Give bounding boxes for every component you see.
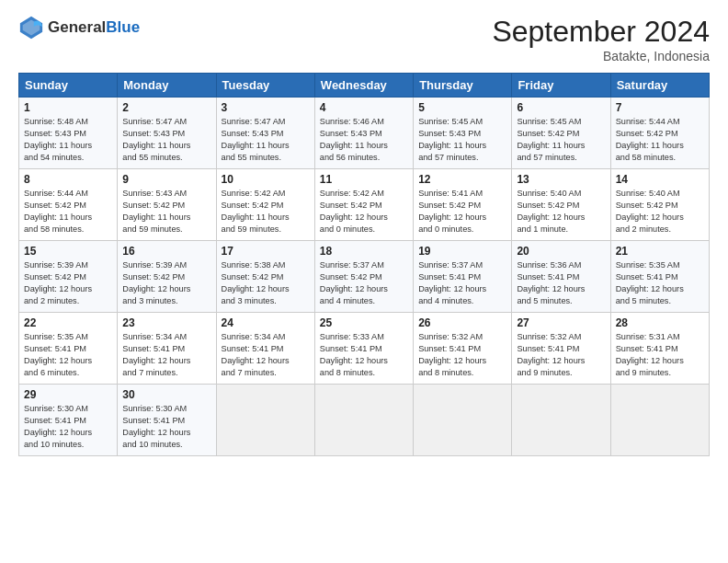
col-tuesday: Tuesday: [216, 74, 314, 98]
day-8: 8Sunrise: 5:44 AMSunset: 5:42 PMDaylight…: [19, 169, 118, 241]
day-12: 12Sunrise: 5:41 AMSunset: 5:42 PMDayligh…: [414, 169, 512, 241]
logo-general: General: [48, 18, 106, 36]
empty-cell-3-2: [216, 385, 314, 456]
calendar-header: Sunday Monday Tuesday Wednesday Thursday…: [19, 74, 710, 98]
day-4: 4Sunrise: 5:46 AMSunset: 5:43 PMDaylight…: [314, 98, 413, 169]
logo-blue: Blue: [106, 18, 140, 36]
col-monday: Monday: [118, 74, 216, 98]
week-row-3: 15Sunrise: 5:39 AMSunset: 5:42 PMDayligh…: [19, 241, 710, 313]
col-thursday: Thursday: [414, 74, 512, 98]
day-22: 22Sunrise: 5:35 AMSunset: 5:41 PMDayligh…: [19, 313, 118, 385]
calendar-body: 1Sunrise: 5:48 AMSunset: 5:43 PMDaylight…: [19, 98, 710, 456]
week-row-2: 8Sunrise: 5:44 AMSunset: 5:42 PMDaylight…: [19, 169, 710, 241]
day-11: 11Sunrise: 5:42 AMSunset: 5:42 PMDayligh…: [314, 169, 413, 241]
day-2: 2Sunrise: 5:47 AMSunset: 5:43 PMDaylight…: [118, 98, 216, 169]
week-row-1: 1Sunrise: 5:48 AMSunset: 5:43 PMDaylight…: [19, 98, 710, 169]
week-row-5: 29Sunrise: 5:30 AMSunset: 5:41 PMDayligh…: [19, 385, 710, 456]
month-title: September 2024: [492, 15, 710, 49]
day-14: 14Sunrise: 5:40 AMSunset: 5:42 PMDayligh…: [610, 169, 709, 241]
day-18: 18Sunrise: 5:37 AMSunset: 5:42 PMDayligh…: [314, 241, 413, 313]
day-25: 25Sunrise: 5:33 AMSunset: 5:41 PMDayligh…: [314, 313, 413, 385]
logo-text: GeneralBlue: [48, 19, 140, 37]
day-5: 5Sunrise: 5:45 AMSunset: 5:43 PMDaylight…: [414, 98, 512, 169]
empty-cell-3-6: [610, 385, 709, 456]
day-29: 29Sunrise: 5:30 AMSunset: 5:41 PMDayligh…: [19, 385, 118, 456]
title-section: September 2024 Batakte, Indonesia: [492, 15, 710, 63]
day-13: 13Sunrise: 5:40 AMSunset: 5:42 PMDayligh…: [512, 169, 610, 241]
day-1: 1Sunrise: 5:48 AMSunset: 5:43 PMDaylight…: [19, 98, 118, 169]
day-6: 6Sunrise: 5:45 AMSunset: 5:42 PMDaylight…: [512, 98, 610, 169]
day-9: 9Sunrise: 5:43 AMSunset: 5:42 PMDaylight…: [118, 169, 216, 241]
day-21: 21Sunrise: 5:35 AMSunset: 5:41 PMDayligh…: [610, 241, 709, 313]
week-row-4: 22Sunrise: 5:35 AMSunset: 5:41 PMDayligh…: [19, 313, 710, 385]
day-24: 24Sunrise: 5:34 AMSunset: 5:41 PMDayligh…: [216, 313, 314, 385]
day-28: 28Sunrise: 5:31 AMSunset: 5:41 PMDayligh…: [610, 313, 709, 385]
location-subtitle: Batakte, Indonesia: [492, 49, 710, 63]
empty-cell-3-3: [314, 385, 413, 456]
day-30: 30Sunrise: 5:30 AMSunset: 5:41 PMDayligh…: [118, 385, 216, 456]
calendar-page: GeneralBlue September 2024 Batakte, Indo…: [0, 0, 728, 563]
empty-cell-3-5: [512, 385, 610, 456]
day-17: 17Sunrise: 5:38 AMSunset: 5:42 PMDayligh…: [216, 241, 314, 313]
header: GeneralBlue September 2024 Batakte, Indo…: [18, 15, 710, 63]
col-friday: Friday: [512, 74, 610, 98]
empty-cell-3-4: [414, 385, 512, 456]
col-saturday: Saturday: [610, 74, 709, 98]
logo: GeneralBlue: [18, 15, 140, 40]
logo-icon: [18, 15, 44, 40]
day-3: 3Sunrise: 5:47 AMSunset: 5:43 PMDaylight…: [216, 98, 314, 169]
day-7: 7Sunrise: 5:44 AMSunset: 5:42 PMDaylight…: [610, 98, 709, 169]
day-23: 23Sunrise: 5:34 AMSunset: 5:41 PMDayligh…: [118, 313, 216, 385]
day-20: 20Sunrise: 5:36 AMSunset: 5:41 PMDayligh…: [512, 241, 610, 313]
day-10: 10Sunrise: 5:42 AMSunset: 5:42 PMDayligh…: [216, 169, 314, 241]
header-row: Sunday Monday Tuesday Wednesday Thursday…: [19, 74, 710, 98]
col-wednesday: Wednesday: [314, 74, 413, 98]
day-16: 16Sunrise: 5:39 AMSunset: 5:42 PMDayligh…: [118, 241, 216, 313]
calendar-table: Sunday Monday Tuesday Wednesday Thursday…: [18, 73, 710, 456]
day-26: 26Sunrise: 5:32 AMSunset: 5:41 PMDayligh…: [414, 313, 512, 385]
day-27: 27Sunrise: 5:32 AMSunset: 5:41 PMDayligh…: [512, 313, 610, 385]
day-19: 19Sunrise: 5:37 AMSunset: 5:41 PMDayligh…: [414, 241, 512, 313]
col-sunday: Sunday: [19, 74, 118, 98]
day-15: 15Sunrise: 5:39 AMSunset: 5:42 PMDayligh…: [19, 241, 118, 313]
